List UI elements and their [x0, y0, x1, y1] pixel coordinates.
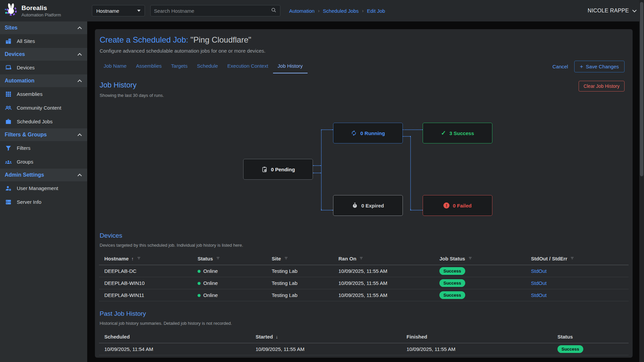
search-icon[interactable] — [271, 7, 277, 14]
scrollbar-thumb[interactable] — [640, 2, 643, 176]
page-title: Create a Scheduled Job: "Ping Cloudflare… — [100, 35, 629, 45]
sidebar-item-devices[interactable]: Devices — [0, 61, 87, 74]
tab-job-history[interactable]: Job History — [273, 60, 308, 73]
sidebar-item-filters[interactable]: Filters — [0, 141, 87, 155]
vertical-scrollbar[interactable] — [639, 0, 644, 362]
sidebar-section-filters-groups[interactable]: Filters & Groups — [0, 128, 87, 141]
page-subtitle: Configure advanced schedulable automatio… — [100, 48, 629, 54]
sidebar-section-devices[interactable]: Devices — [0, 48, 87, 61]
cell-hostname: DEEPLAB-WIN10 — [104, 280, 198, 286]
flow-node-running[interactable]: 0 Running — [333, 123, 403, 143]
column-header-finished[interactable]: Finished — [407, 334, 557, 340]
flow-node-failed[interactable]: ! 0 Failed — [423, 195, 492, 216]
chevron-up-icon — [77, 26, 82, 31]
cell-status: Success — [557, 345, 629, 353]
filter-icon[interactable] — [216, 256, 220, 261]
sidebar-section-admin-settings[interactable]: Admin Settings — [0, 169, 87, 181]
breadcrumb-scheduled-jobs[interactable]: Scheduled Jobs — [323, 8, 359, 14]
past-history-table-header: Scheduled Started ↓ Finished Status — [99, 330, 629, 343]
filter-icon[interactable] — [137, 256, 141, 261]
column-header-site[interactable]: Site — [272, 256, 338, 261]
devices-heading: Devices — [100, 232, 629, 239]
breadcrumb-automation[interactable]: Automation — [289, 8, 315, 14]
flow-node-expired[interactable]: 0 Expired — [333, 195, 403, 216]
filter-icon[interactable] — [570, 256, 575, 261]
flow-node-label: 0 Failed — [453, 203, 472, 208]
device-table-row[interactable]: DEEPLAB-DC Online Testing Lab 10/09/2025… — [99, 265, 629, 277]
server-icon — [5, 198, 12, 206]
page-title-main: Create a Scheduled Job: — [100, 35, 188, 44]
header-actions: Cancel + Save Changes — [552, 61, 629, 72]
status-badge[interactable]: Success — [439, 279, 465, 287]
sidebar-item-assemblies[interactable]: Assemblies — [0, 87, 87, 101]
stdout-link[interactable]: StdOut — [531, 268, 547, 274]
tab-job-name[interactable]: Job Name — [99, 60, 131, 73]
breadcrumb: Automation › Scheduled Jobs › Edit Job — [289, 8, 385, 14]
column-header-ran-on[interactable]: Ran On — [338, 256, 439, 261]
device-table-row[interactable]: DEEPLAB-WIN11 Online Testing Lab 10/09/2… — [99, 289, 629, 301]
column-header-stdout[interactable]: StdOut / StdErr — [531, 256, 629, 261]
briefcase-icon — [5, 118, 12, 125]
status-badge[interactable]: Success — [557, 345, 583, 353]
filter-icon[interactable] — [284, 256, 288, 261]
stdout-link[interactable]: StdOut — [531, 280, 547, 286]
status-badge[interactable]: Success — [439, 267, 465, 275]
breadcrumb-edit-job[interactable]: Edit Job — [367, 8, 385, 14]
chevron-up-icon — [77, 79, 82, 84]
column-header-status[interactable]: Status — [557, 334, 629, 340]
column-header-job-status[interactable]: Job Status — [439, 256, 531, 261]
filter-icon[interactable] — [359, 256, 364, 261]
borealis-logo-icon — [3, 3, 18, 19]
flow-node-label: 0 Expired — [361, 203, 384, 208]
sort-desc-icon[interactable]: ↓ — [276, 334, 278, 340]
sidebar-item-label: Devices — [17, 65, 35, 70]
page-title-jobname: "Ping Cloudflare" — [188, 35, 251, 44]
column-header-scheduled[interactable]: Scheduled — [104, 334, 256, 340]
cell-job-status: Success — [439, 267, 531, 275]
topbar: Hostname Automation › Scheduled Jobs › E… — [87, 0, 644, 21]
column-header-status[interactable]: Status — [198, 256, 272, 261]
sidebar-item-scheduled-jobs[interactable]: Scheduled Jobs — [0, 115, 87, 128]
sidebar-item-label: Groups — [17, 159, 33, 165]
tab-assemblies[interactable]: Assemblies — [131, 60, 166, 73]
chevron-up-icon — [77, 133, 82, 138]
device-table-row[interactable]: DEEPLAB-WIN10 Online Testing Lab 10/09/2… — [99, 277, 629, 289]
flow-node-pending[interactable]: 0 Pending — [243, 159, 313, 180]
cell-ran-on: 10/09/2025, 11:55 AM — [338, 292, 439, 298]
sidebar-item-groups[interactable]: Groups — [0, 155, 87, 169]
sidebar-item-community-content[interactable]: Community Content — [0, 101, 87, 115]
cancel-button[interactable]: Cancel — [552, 64, 568, 69]
sidebar-section-sites[interactable]: Sites — [0, 21, 87, 34]
stdout-link[interactable]: StdOut — [531, 292, 547, 298]
tab-schedule[interactable]: Schedule — [192, 60, 223, 73]
clear-job-history-button[interactable]: Clear Job History — [579, 81, 625, 92]
save-changes-button[interactable]: + Save Changes — [574, 61, 625, 72]
past-job-history-heading: Past Job History — [100, 310, 629, 317]
flow-node-success[interactable]: ✓ 3 Success — [423, 123, 492, 143]
sidebar: Borealis Automation Platform Sites All S… — [0, 0, 87, 362]
brand-header: Borealis Automation Platform — [0, 0, 87, 21]
sort-asc-icon[interactable]: ↑ — [131, 256, 134, 261]
tab-targets[interactable]: Targets — [166, 60, 192, 73]
job-history-subheading: Showing the last 30 days of runs. — [100, 93, 164, 98]
search-input[interactable] — [154, 8, 271, 14]
sidebar-item-all-sites[interactable]: All Sites — [0, 34, 87, 48]
building-icon — [5, 38, 12, 45]
cell-job-status: Success — [439, 291, 531, 299]
hostname-select[interactable]: Hostname — [92, 5, 145, 16]
column-header-hostname[interactable]: Hostname ↑ — [104, 256, 198, 261]
sidebar-item-user-management[interactable]: User Management — [0, 181, 87, 195]
flow-edge — [403, 136, 410, 137]
filter-icon[interactable] — [468, 256, 473, 261]
user-menu[interactable]: NICOLE RAPPE — [588, 8, 636, 14]
sidebar-item-server-info[interactable]: Server Info — [0, 195, 87, 209]
past-history-row[interactable]: 10/09/2025, 11:54 AM 10/09/2025, 11:55 A… — [99, 343, 629, 355]
status-badge[interactable]: Success — [439, 291, 465, 299]
sidebar-section-automation[interactable]: Automation — [0, 74, 87, 87]
user-gear-icon — [5, 185, 12, 192]
user-name: NICOLE RAPPE — [588, 8, 629, 14]
brand-title: Borealis — [21, 4, 61, 12]
cell-job-status: Success — [439, 279, 531, 287]
column-header-started[interactable]: Started ↓ — [256, 334, 407, 340]
tab-execution-context[interactable]: Execution Context — [223, 60, 273, 73]
